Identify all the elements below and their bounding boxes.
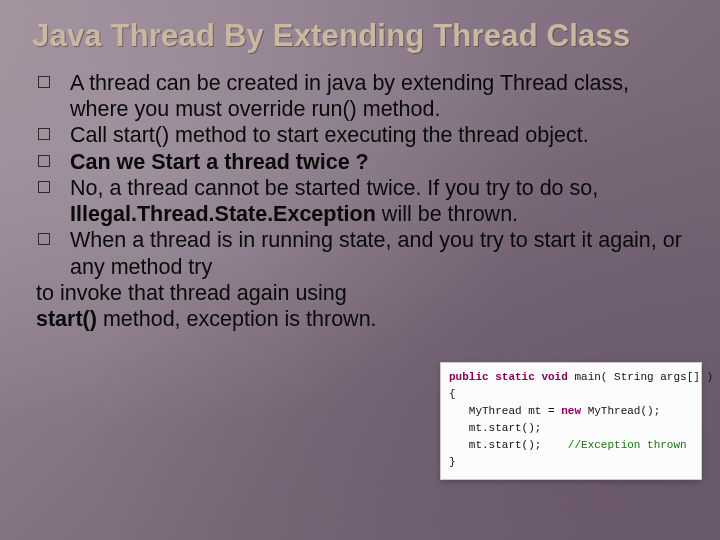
code-text: }: [449, 456, 456, 468]
code-text: {: [449, 388, 456, 400]
slide: Java Thread By Extending Thread Class A …: [0, 0, 720, 540]
code-keyword: new: [561, 405, 581, 417]
slide-title: Java Thread By Extending Thread Class: [32, 18, 688, 54]
bullet-text: A thread can be created in java by exten…: [70, 71, 629, 121]
list-item: No, a thread cannot be started twice. If…: [36, 175, 688, 227]
bullet-text: Call start() method to start executing t…: [70, 123, 589, 147]
trail-bold: start(): [36, 307, 103, 331]
list-item: Can we Start a thread twice ?: [36, 149, 688, 175]
code-text: MyThread();: [581, 405, 660, 417]
trail-line-1: to invoke that thread again using: [36, 281, 347, 305]
bullet-text-bold: Illegal.Thread.State.Exception: [70, 202, 376, 226]
trailing-text: to invoke that thread again using start(…: [36, 280, 688, 332]
list-item: A thread can be created in java by exten…: [36, 70, 688, 122]
code-text: MyThread mt =: [449, 405, 561, 417]
list-item: Call start() method to start executing t…: [36, 122, 688, 148]
code-keyword: public static void: [449, 371, 568, 383]
bullet-list: A thread can be created in java by exten…: [36, 70, 688, 280]
code-text: mt.start();: [449, 439, 568, 451]
slide-content: A thread can be created in java by exten…: [32, 70, 688, 332]
bullet-text: When a thread is in running state, and y…: [70, 228, 682, 278]
code-comment: //Exception thrown: [568, 439, 687, 451]
bullet-text: Can we Start a thread twice ?: [70, 150, 369, 174]
code-text: main( String args[] ): [568, 371, 713, 383]
list-item: When a thread is in running state, and y…: [36, 227, 688, 279]
bullet-text: No, a thread cannot be started twice. If…: [70, 176, 598, 200]
code-snippet: public static void main( String args[] )…: [440, 362, 702, 480]
code-text: mt.start();: [449, 422, 541, 434]
trail-line-2: method, exception is thrown.: [103, 307, 377, 331]
bullet-text: will be thrown.: [376, 202, 518, 226]
